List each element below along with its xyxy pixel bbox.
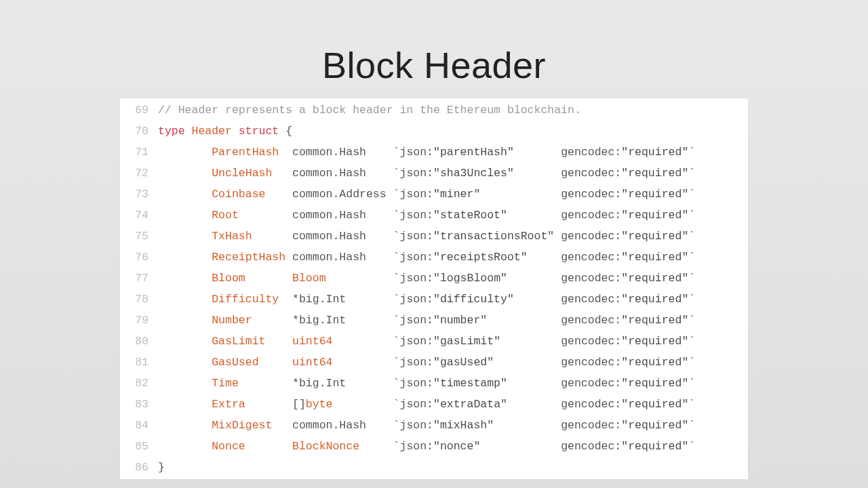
field-type: uint64: [292, 335, 393, 348]
struct-tag: `json:"miner" gencodec:"required"`: [393, 188, 696, 201]
line-number: 75: [120, 226, 158, 247]
code-line: 82 Time *big.Int `json:"timestamp" genco…: [120, 373, 748, 394]
line-number: 80: [120, 331, 158, 352]
code-content: // Header represents a block header in t…: [158, 100, 748, 121]
struct-tag: `json:"nonce" gencodec:"required"`: [393, 440, 696, 453]
field-type: *big.Int: [292, 293, 393, 306]
struct-tag: `json:"parentHash" gencodec:"required"`: [393, 146, 696, 159]
field-type: Bloom: [292, 272, 393, 285]
struct-tag: `json:"gasLimit" gencodec:"required"`: [393, 335, 696, 348]
code-line: 85 Nonce BlockNonce `json:"nonce" gencod…: [120, 436, 748, 457]
field-type: common.Hash: [292, 209, 393, 222]
code-line: 77 Bloom Bloom `json:"logsBloom" gencode…: [120, 268, 748, 289]
field-type: common.Address: [292, 188, 393, 201]
line-number: 83: [120, 394, 158, 415]
field-type: uint64: [292, 356, 393, 369]
field-name: GasUsed: [212, 356, 292, 369]
code-content: ReceiptHash common.Hash `json:"receiptsR…: [158, 247, 748, 268]
field-name: Nonce: [212, 440, 292, 453]
line-number: 69: [120, 100, 158, 121]
code-content: GasUsed uint64 `json:"gasUsed" gencodec:…: [158, 352, 748, 373]
line-number: 74: [120, 205, 158, 226]
line-number: 82: [120, 373, 158, 394]
line-number: 70: [120, 121, 158, 142]
slide-title: Block Header: [0, 44, 868, 86]
code-line: 72 UncleHash common.Hash `json:"sha3Uncl…: [120, 163, 748, 184]
field-type: BlockNonce: [292, 440, 393, 453]
struct-tag: `json:"logsBloom" gencodec:"required"`: [393, 272, 696, 285]
field-name: Extra: [212, 398, 292, 411]
line-number: 71: [120, 142, 158, 163]
struct-tag: `json:"stateRoot" gencodec:"required"`: [393, 209, 696, 222]
line-number: 81: [120, 352, 158, 373]
keyword: struct: [239, 125, 279, 138]
field-name: Root: [212, 209, 292, 222]
line-number: 73: [120, 184, 158, 205]
field-name: ParentHash: [212, 146, 292, 159]
line-number: 85: [120, 436, 158, 457]
field-name: ReceiptHash: [212, 251, 292, 264]
field-name: Time: [212, 377, 292, 390]
type-name: Header: [192, 125, 232, 138]
struct-tag: `json:"receiptsRoot" gencodec:"required"…: [393, 251, 696, 264]
field-type: common.Hash: [292, 146, 393, 159]
struct-tag: `json:"number" gencodec:"required"`: [393, 314, 696, 327]
code-content: Bloom Bloom `json:"logsBloom" gencodec:"…: [158, 268, 748, 289]
struct-tag: `json:"transactionsRoot" gencodec:"requi…: [393, 230, 696, 243]
code-line: 84 MixDigest common.Hash `json:"mixHash"…: [120, 415, 748, 436]
code-content: }: [158, 457, 748, 478]
field-name: Bloom: [212, 272, 292, 285]
code-line: 73 Coinbase common.Address `json:"miner"…: [120, 184, 748, 205]
line-number: 79: [120, 310, 158, 331]
field-name: Number: [212, 314, 292, 327]
code-content: Coinbase common.Address `json:"miner" ge…: [158, 184, 748, 205]
struct-tag: `json:"sha3Uncles" gencodec:"required"`: [393, 167, 696, 180]
line-number: 76: [120, 247, 158, 268]
field-name: Difficulty: [212, 293, 292, 306]
code-content: Nonce BlockNonce `json:"nonce" gencodec:…: [158, 436, 748, 457]
code-content: Number *big.Int `json:"number" gencodec:…: [158, 310, 748, 331]
code-content: Root common.Hash `json:"stateRoot" genco…: [158, 205, 748, 226]
line-number: 72: [120, 163, 158, 184]
struct-tag: `json:"gasUsed" gencodec:"required"`: [393, 356, 696, 369]
code-line: 71 ParentHash common.Hash `json:"parentH…: [120, 142, 748, 163]
code-content: Time *big.Int `json:"timestamp" gencodec…: [158, 373, 748, 394]
code-content: ParentHash common.Hash `json:"parentHash…: [158, 142, 748, 163]
comment: // Header represents a block header in t…: [158, 104, 581, 117]
field-name: TxHash: [212, 230, 292, 243]
code-line: 81 GasUsed uint64 `json:"gasUsed" gencod…: [120, 352, 748, 373]
code-line: 75 TxHash common.Hash `json:"transaction…: [120, 226, 748, 247]
code-content: MixDigest common.Hash `json:"mixHash" ge…: [158, 415, 748, 436]
struct-tag: `json:"difficulty" gencodec:"required"`: [393, 293, 696, 306]
field-name: MixDigest: [212, 419, 292, 432]
line-number: 78: [120, 289, 158, 310]
code-block: 69// Header represents a block header in…: [120, 98, 748, 479]
line-number: 86: [120, 457, 158, 478]
code-content: Difficulty *big.Int `json:"difficulty" g…: [158, 289, 748, 310]
struct-tag: `json:"mixHash" gencodec:"required"`: [393, 419, 696, 432]
code-line: 70type Header struct {: [120, 121, 748, 142]
code-line: 80 GasLimit uint64 `json:"gasLimit" genc…: [120, 331, 748, 352]
code-line: 86}: [120, 457, 748, 478]
field-type: common.Hash: [292, 251, 393, 264]
code-content: UncleHash common.Hash `json:"sha3Uncles"…: [158, 163, 748, 184]
slide: Block Header 69// Header represents a bl…: [0, 0, 868, 488]
code-line: 76 ReceiptHash common.Hash `json:"receip…: [120, 247, 748, 268]
field-name: GasLimit: [212, 335, 292, 348]
struct-tag: `json:"timestamp" gencodec:"required"`: [393, 377, 696, 390]
field-type: common.Hash: [292, 230, 393, 243]
struct-tag: `json:"extraData" gencodec:"required"`: [393, 398, 696, 411]
code-content: type Header struct {: [158, 121, 748, 142]
field-type: *big.Int: [292, 314, 393, 327]
field-type: *big.Int: [292, 377, 393, 390]
field-name: UncleHash: [212, 167, 292, 180]
line-number: 77: [120, 268, 158, 289]
code-line: 69// Header represents a block header in…: [120, 100, 748, 121]
code-content: TxHash common.Hash `json:"transactionsRo…: [158, 226, 748, 247]
field-name: Coinbase: [212, 188, 292, 201]
code-line: 78 Difficulty *big.Int `json:"difficulty…: [120, 289, 748, 310]
keyword: type: [158, 125, 185, 138]
code-line: 83 Extra []byte `json:"extraData" gencod…: [120, 394, 748, 415]
code-line: 79 Number *big.Int `json:"number" gencod…: [120, 310, 748, 331]
field-type: common.Hash: [292, 419, 393, 432]
